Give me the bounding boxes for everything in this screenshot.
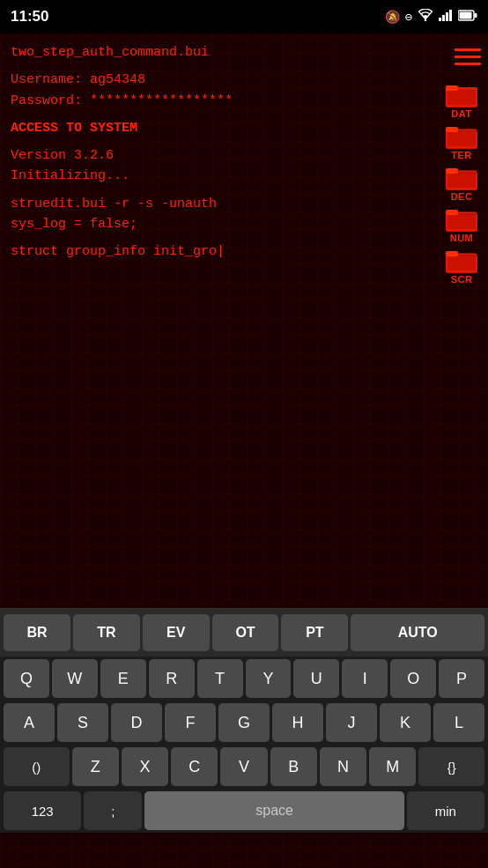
svg-rect-3	[446, 12, 448, 21]
folder-dat[interactable]: DAT	[438, 79, 485, 119]
terminal-line-struct: struct group_info init_gro|	[11, 241, 421, 262]
svg-rect-14	[446, 89, 477, 90]
key-braces[interactable]: {}	[418, 747, 484, 786]
svg-rect-2	[442, 15, 445, 21]
folder-num[interactable]: NUM	[438, 204, 485, 243]
key-b[interactable]: B	[270, 747, 317, 786]
key-l[interactable]: L	[433, 703, 484, 742]
minus-circle-icon: ⊖	[405, 10, 412, 25]
folder-ter-icon	[445, 121, 478, 149]
key-i[interactable]: I	[342, 659, 388, 698]
key-v[interactable]: V	[220, 747, 267, 786]
key-space[interactable]: space	[144, 791, 403, 830]
folder-num-label: NUM	[450, 233, 474, 243]
key-row-1: Q W E R T Y U I O P	[0, 657, 488, 701]
key-a[interactable]: A	[4, 703, 55, 742]
key-row-3: () Z X C V B N M {}	[0, 745, 488, 789]
key-c[interactable]: C	[171, 747, 218, 786]
folder-dec-label: DEC	[451, 191, 473, 202]
keyboard-area: BR TR EV OT PT AUTO Q W E R T Y U I O P …	[0, 608, 488, 833]
key-r[interactable]: R	[149, 659, 195, 698]
folder-dec-icon	[445, 162, 478, 190]
key-w[interactable]: W	[52, 659, 98, 698]
svg-rect-7	[475, 13, 477, 18]
key-p[interactable]: P	[439, 659, 484, 698]
key-h[interactable]: H	[272, 703, 323, 742]
svg-rect-4	[449, 10, 452, 21]
key-x[interactable]: X	[122, 747, 168, 786]
key-numbers[interactable]: 123	[4, 791, 81, 830]
svg-point-0	[425, 19, 426, 21]
folder-scr[interactable]: SCR	[438, 245, 485, 285]
folder-dat-label: DAT	[451, 108, 471, 119]
menu-line-2	[455, 56, 481, 58]
key-d[interactable]: D	[111, 703, 162, 742]
folder-scr-label: SCR	[451, 274, 473, 285]
status-icons: 🔕 ⊖	[385, 9, 477, 25]
shortcut-br[interactable]: BR	[4, 614, 70, 651]
mute-icon: 🔕	[385, 10, 400, 25]
key-t[interactable]: T	[197, 659, 243, 698]
wifi-icon	[418, 9, 433, 25]
status-bar: 11:50 🔕 ⊖	[0, 0, 488, 33]
key-u[interactable]: U	[293, 659, 339, 698]
terminal-line-init: Initializing...	[11, 166, 421, 186]
terminal-line-access: ACCESS TO SYSTEM	[11, 118, 421, 138]
key-m[interactable]: M	[369, 747, 416, 786]
key-parens[interactable]: ()	[4, 747, 70, 786]
key-row-4: 123 ; space min	[0, 789, 488, 833]
folder-ter-label: TER	[451, 150, 472, 160]
folder-scr-icon	[445, 245, 478, 273]
shortcut-tr[interactable]: TR	[73, 614, 140, 651]
shortcut-row: BR TR EV OT PT AUTO	[0, 609, 488, 657]
terminal-line-password: Password: ******************	[11, 91, 421, 111]
terminal-line-username: Username: ag54348	[11, 70, 421, 90]
key-n[interactable]: N	[320, 747, 366, 786]
key-e[interactable]: E	[100, 659, 146, 698]
key-semicolon[interactable]: ;	[84, 791, 142, 830]
terminal-line-struedit: struedit.bui -r -s -unauth	[11, 194, 421, 214]
signal-icon	[439, 9, 453, 25]
svg-rect-6	[460, 11, 472, 19]
key-q[interactable]: Q	[4, 659, 49, 698]
svg-rect-1	[439, 18, 441, 21]
menu-line-3	[455, 63, 481, 65]
shortcut-pt[interactable]: PT	[281, 614, 348, 651]
shortcut-auto[interactable]: AUTO	[351, 614, 484, 651]
terminal-output: two_step_auth_command.bui Username: ag54…	[0, 33, 432, 271]
key-y[interactable]: Y	[246, 659, 292, 698]
menu-line-1	[455, 48, 481, 51]
folder-ter[interactable]: TER	[438, 121, 485, 160]
right-sidebar: DAT TER	[435, 33, 488, 608]
shortcut-ev[interactable]: EV	[143, 614, 210, 651]
main-area: two_step_auth_command.bui Username: ag54…	[0, 33, 488, 608]
folder-num-icon	[445, 204, 478, 232]
key-g[interactable]: G	[218, 703, 270, 742]
key-z[interactable]: Z	[72, 747, 119, 786]
key-f[interactable]: F	[165, 703, 216, 742]
terminal-line-syslog: sys_log = false;	[11, 214, 421, 234]
status-time: 11:50	[11, 8, 48, 26]
key-min[interactable]: min	[407, 791, 484, 830]
key-row-2: A S D F G H J K L	[0, 701, 488, 745]
battery-icon	[458, 10, 477, 25]
key-j[interactable]: J	[326, 703, 377, 742]
menu-button[interactable]	[442, 41, 481, 72]
terminal-line-version: Version 3.2.6	[11, 145, 421, 166]
folder-dat-icon	[445, 79, 478, 108]
shortcut-ot[interactable]: OT	[212, 614, 279, 651]
key-k[interactable]: K	[380, 703, 431, 742]
folder-dec[interactable]: DEC	[438, 162, 485, 202]
key-o[interactable]: O	[390, 659, 436, 698]
terminal-line-1: two_step_auth_command.bui	[11, 42, 421, 63]
key-s[interactable]: S	[57, 703, 108, 742]
